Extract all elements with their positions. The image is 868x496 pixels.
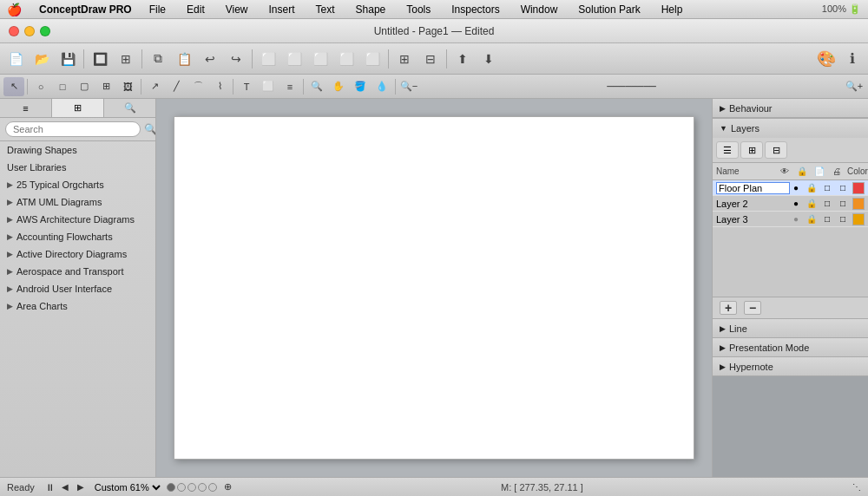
page-dot-5[interactable] [208, 483, 217, 492]
layer-doc-icon-3[interactable]: □ [821, 213, 833, 225]
sidebar-item-android-ui[interactable]: ▶ Android User Interface [0, 280, 155, 297]
layer-visible-icon[interactable]: ● [790, 182, 802, 194]
polyline-tool[interactable]: ⌇ [209, 77, 230, 96]
zoom-out-button[interactable]: ⊞ [114, 47, 138, 71]
select-tool[interactable]: ↖ [3, 77, 24, 96]
sidebar-item-user-libraries[interactable]: User Libraries [0, 159, 155, 176]
zoom-tool[interactable]: 🔍 [306, 77, 327, 96]
canvas-wrapper[interactable] [156, 99, 712, 477]
layer-options-button[interactable]: ⊟ [765, 141, 787, 159]
close-button[interactable] [9, 26, 19, 36]
sidebar-tab-search[interactable]: 🔍 [104, 99, 155, 117]
add-layer-button[interactable]: + [720, 301, 737, 315]
send-back-button[interactable]: ⬇ [477, 47, 501, 71]
open-button[interactable]: 📂 [30, 47, 54, 71]
page-dot-1[interactable] [167, 483, 175, 492]
layer-lock-icon-2[interactable]: 🔒 [806, 198, 818, 210]
zoom-selector[interactable]: Custom 61% 25% 50% 75% 100% 150% 200% [91, 481, 163, 493]
menu-solution-park[interactable]: Solution Park [575, 3, 643, 16]
distribute-h-button[interactable]: ⬜ [334, 47, 358, 71]
layer-print-icon[interactable]: □ [837, 182, 849, 194]
behaviour-header[interactable]: ▶ Behaviour [713, 99, 868, 118]
sidebar-tab-list[interactable]: ≡ [0, 99, 52, 117]
page-dot-3[interactable] [187, 483, 196, 492]
paste-button[interactable]: 📋 [172, 47, 196, 71]
maximize-button[interactable] [40, 26, 50, 36]
connect-tool[interactable]: ↗ [144, 77, 165, 96]
layer-row-2[interactable]: Layer 2 ● 🔒 □ □ [713, 196, 868, 212]
layer-color-swatch-3[interactable] [852, 213, 865, 225]
remove-layer-button[interactable]: − [744, 301, 761, 315]
layer-name-floor-plan[interactable] [716, 182, 790, 194]
search-icon[interactable]: 🔍 [144, 123, 156, 135]
menu-window[interactable]: Window [517, 3, 562, 16]
menu-inspectors[interactable]: Inspectors [448, 3, 503, 16]
zoom-in-button[interactable]: 🔲 [88, 47, 112, 71]
layer-view-grid-button[interactable]: ⊞ [740, 141, 763, 159]
help-button[interactable]: ℹ [840, 47, 865, 71]
menu-text[interactable]: Text [312, 3, 339, 16]
menu-insert[interactable]: Insert [266, 3, 299, 16]
menu-view[interactable]: View [222, 3, 252, 16]
resize-handle[interactable]: ⋱ [852, 482, 861, 492]
save-button[interactable]: 💾 [56, 47, 80, 71]
color-wheel-button[interactable]: 🎨 [814, 47, 838, 71]
page-prev-button[interactable]: ◀ [58, 480, 72, 494]
sidebar-tab-grid[interactable]: ⊞ [52, 99, 104, 117]
zoom-in-canvas[interactable]: 🔍+ [844, 77, 865, 96]
layer-row-floor-plan[interactable]: ● 🔒 □ □ [713, 180, 868, 196]
oval-tool[interactable]: ○ [30, 77, 51, 96]
sidebar-item-active-directory[interactable]: ▶ Active Directory Diagrams [0, 245, 155, 263]
bring-front-button[interactable]: ⬆ [450, 47, 475, 71]
align-center-button[interactable]: ⬜ [282, 47, 306, 71]
copy-button[interactable]: ⧉ [146, 47, 170, 71]
layer-color-swatch[interactable] [852, 182, 865, 194]
layer-lock-icon[interactable]: 🔒 [806, 182, 818, 194]
layer-view-list-button[interactable]: ☰ [716, 141, 739, 159]
layer-visible-icon-2[interactable]: ● [790, 198, 802, 210]
sidebar-item-aws[interactable]: ▶ AWS Architecture Diagrams [0, 211, 155, 228]
drawing-canvas[interactable] [174, 116, 694, 460]
menu-tools[interactable]: Tools [403, 3, 434, 16]
menu-edit[interactable]: Edit [183, 3, 208, 16]
new-button[interactable]: 📄 [3, 47, 28, 71]
layer-row-3[interactable]: Layer 3 ● 🔒 □ □ [713, 212, 868, 227]
layer-doc-icon-2[interactable]: □ [821, 198, 833, 210]
minimize-button[interactable] [24, 26, 35, 36]
sidebar-item-aerospace[interactable]: ▶ Aerospace and Transport [0, 263, 155, 280]
ungroup-button[interactable]: ⊟ [418, 47, 443, 71]
textbox-tool[interactable]: ⬜ [258, 77, 279, 96]
rect-tool[interactable]: □ [52, 77, 73, 96]
sidebar-item-drawing-shapes[interactable]: Drawing Shapes [0, 141, 155, 159]
line-tool[interactable]: ╱ [166, 77, 187, 96]
hand-tool[interactable]: ✋ [328, 77, 349, 96]
roundrect-tool[interactable]: ▢ [74, 77, 95, 96]
add-page-button[interactable]: ⊕ [224, 481, 232, 493]
text-tool[interactable]: T [236, 77, 257, 96]
image-tool[interactable]: 🖼 [117, 77, 138, 96]
layer-print-icon-2[interactable]: □ [837, 198, 849, 210]
menu-shape[interactable]: Shape [352, 3, 390, 16]
layer-lock-icon-3[interactable]: 🔒 [806, 213, 818, 225]
bucket-tool[interactable]: 🪣 [350, 77, 371, 96]
undo-button[interactable]: ↩ [198, 47, 222, 71]
group-button[interactable]: ⊞ [392, 47, 417, 71]
distribute-v-button[interactable]: ⬜ [360, 47, 385, 71]
layers-header[interactable]: ▼ Layers [713, 119, 868, 138]
layer-name-input[interactable] [716, 182, 790, 194]
search-input[interactable] [5, 121, 141, 137]
sidebar-item-accounting[interactable]: ▶ Accounting Flowcharts [0, 228, 155, 245]
zoom-out-canvas[interactable]: 🔍− [398, 77, 419, 96]
zoom-slider[interactable]: ──────── [420, 82, 843, 91]
menu-help[interactable]: Help [658, 3, 687, 16]
presentation-section[interactable]: ▶ Presentation Mode [713, 338, 868, 357]
sidebar-item-area-charts[interactable]: ▶ Area Charts [0, 297, 155, 315]
table-tool[interactable]: ⊞ [95, 77, 116, 96]
sidebar-item-atm-uml[interactable]: ▶ ATM UML Diagrams [0, 193, 155, 211]
menu-file[interactable]: File [146, 3, 169, 16]
arc-tool[interactable]: ⌒ [187, 77, 208, 96]
layer-visible-icon-3[interactable]: ● [790, 213, 802, 225]
page-dot-2[interactable] [177, 483, 186, 492]
layer-color-swatch-2[interactable] [852, 198, 865, 210]
layer-print-icon-3[interactable]: □ [837, 213, 849, 225]
